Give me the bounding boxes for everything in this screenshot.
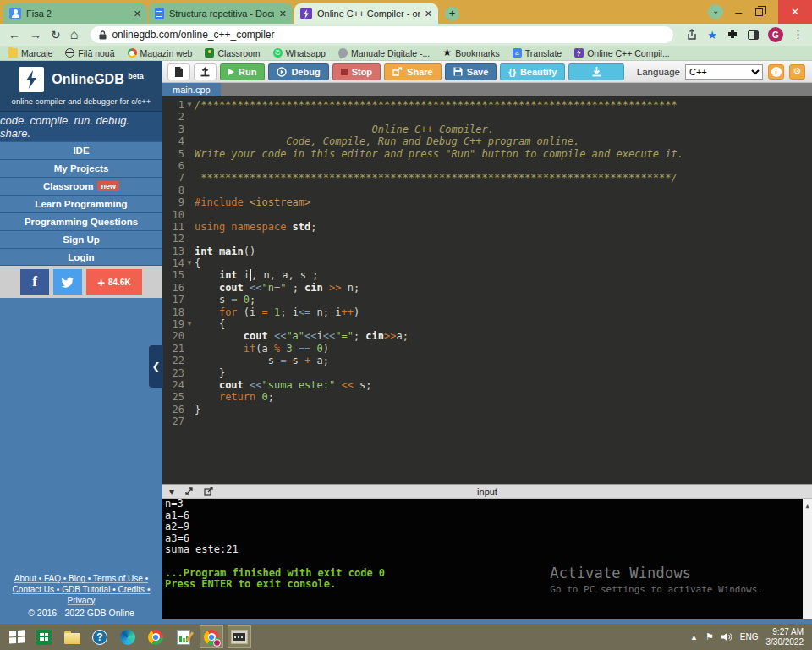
- taskbar-report-icon[interactable]: [172, 625, 195, 648]
- file-tab-maincpp[interactable]: main.cpp: [162, 83, 221, 96]
- run-button[interactable]: Run: [220, 63, 265, 80]
- console-scrollbar[interactable]: ▲: [803, 499, 812, 619]
- code-line: 19▼ {: [162, 318, 812, 330]
- settings-button[interactable]: ⚙: [789, 64, 805, 80]
- code-token: [195, 391, 219, 403]
- side-panel-icon[interactable]: [748, 30, 759, 40]
- bookmark-item[interactable]: Marcaje: [8, 48, 52, 58]
- share-page-icon[interactable]: [686, 29, 698, 41]
- code-token: 0: [244, 294, 250, 306]
- home-icon[interactable]: ⌂: [70, 29, 79, 41]
- back-icon[interactable]: ←: [8, 29, 20, 41]
- restore-icon[interactable]: [755, 8, 763, 16]
- twitter-icon[interactable]: [53, 269, 82, 295]
- taskbar-start-icon[interactable]: [4, 625, 28, 648]
- console-popout-icon[interactable]: [204, 487, 213, 496]
- main-column: Run Debug Stop Share Save {}Beautify: [162, 61, 812, 624]
- action-center-flag-icon[interactable]: ⚑: [705, 631, 714, 642]
- close-icon[interactable]: ✕: [778, 0, 812, 24]
- tab-close-icon[interactable]: ✕: [279, 8, 287, 19]
- scroll-up-icon[interactable]: ▲: [805, 503, 809, 510]
- sidebar-item-learn-programming[interactable]: Learn Programming: [0, 195, 162, 212]
- fisa-favicon: [9, 8, 21, 19]
- line-number: 7: [162, 172, 184, 184]
- browser-tab[interactable]: Structura repetitiva - Documente✕: [149, 3, 293, 24]
- tab-close-icon[interactable]: ✕: [134, 8, 141, 19]
- code-line: 7 **************************************…: [162, 172, 812, 184]
- keyboard-language[interactable]: ENG: [740, 632, 759, 642]
- globe-icon: [65, 48, 74, 58]
- console-resize-icon[interactable]: [184, 487, 194, 496]
- sidebar-item-login[interactable]: Login: [0, 248, 162, 266]
- sidebar-item-programming-questions[interactable]: Programming Questions: [0, 212, 162, 230]
- beautify-button[interactable]: {}Beautify: [500, 63, 565, 80]
- console[interactable]: n=3a1=6a2=9a3=6suma este:21 ...Program f…: [162, 499, 812, 619]
- reload-icon[interactable]: ↻: [51, 29, 61, 41]
- download-button[interactable]: [568, 63, 624, 80]
- extensions-icon[interactable]: [727, 29, 738, 41]
- save-button[interactable]: Save: [445, 63, 497, 80]
- taskbar-help-icon[interactable]: ?: [88, 625, 112, 648]
- tab-close-icon[interactable]: ✕: [425, 8, 432, 19]
- tab-search-icon[interactable]: ⌄: [708, 4, 723, 19]
- code-token: <<: [274, 330, 286, 342]
- bookmark-item[interactable]: Whatsapp: [273, 48, 326, 58]
- line-number: 24: [162, 379, 184, 391]
- addthis-share-button[interactable]: + 84.6K: [86, 269, 142, 295]
- taskbar-chrome-window-icon[interactable]: [200, 625, 223, 648]
- minimize-icon[interactable]: –: [735, 8, 742, 16]
- browser-tab[interactable]: Fisa 2✕: [3, 3, 147, 24]
- taskbar-file-explorer-icon[interactable]: [60, 625, 84, 648]
- fold-caret-icon[interactable]: ▼: [184, 318, 195, 330]
- stop-button[interactable]: Stop: [332, 63, 381, 80]
- bookmark-item[interactable]: Magazin web: [128, 48, 193, 58]
- profile-avatar[interactable]: G: [768, 27, 783, 42]
- fold-caret-icon[interactable]: ▼: [184, 257, 195, 269]
- taskbar-capture-window-icon[interactable]: [228, 625, 251, 648]
- new-file-button[interactable]: [167, 63, 190, 80]
- bookmark-item[interactable]: Manuale Digitale -...: [338, 48, 430, 58]
- line-number: 13: [162, 245, 184, 257]
- menu-dots-icon[interactable]: ⋮: [793, 29, 804, 41]
- address-bar[interactable]: onlinegdb.com/online_c++_compiler: [91, 26, 673, 43]
- bookmark-star-icon[interactable]: ★: [707, 29, 717, 41]
- hidden-icons-chevron[interactable]: ▲: [690, 633, 698, 642]
- sidebar-item-ide[interactable]: IDE: [0, 141, 162, 159]
- code-editor[interactable]: 1▼/*************************************…: [162, 96, 812, 484]
- bookmark-item[interactable]: Translate: [513, 48, 562, 58]
- sidebar-item-my-projects[interactable]: My Projects: [0, 159, 162, 177]
- code-token: if: [244, 343, 255, 355]
- line-number: 3: [162, 124, 184, 135]
- taskbar-chrome-icon[interactable]: [144, 625, 167, 648]
- forward-icon[interactable]: →: [30, 29, 41, 41]
- language-select[interactable]: C++: [685, 64, 763, 80]
- sidebar-item-sign-up[interactable]: Sign Up: [0, 230, 162, 248]
- fold-caret-icon[interactable]: ▼: [184, 99, 195, 111]
- screen: Fisa 2✕Structura repetitiva - Documente✕…: [0, 0, 812, 650]
- facebook-icon[interactable]: f: [20, 269, 49, 295]
- footer-links[interactable]: About • FAQ • Blog • Terms of Use • Cont…: [7, 573, 156, 606]
- code-token: (a: [255, 343, 274, 355]
- bookmark-item[interactable]: Classroom: [205, 48, 260, 58]
- taskbar-store-icon[interactable]: [32, 625, 56, 648]
- share-button[interactable]: Share: [384, 63, 442, 80]
- console-collapse-icon[interactable]: ▾: [169, 488, 174, 496]
- debug-button[interactable]: Debug: [268, 63, 328, 80]
- code-text: /***************************************…: [195, 99, 812, 111]
- bookmark-item[interactable]: Filă nouă: [65, 48, 114, 58]
- fold-gutter: [184, 135, 195, 147]
- sidebar-item-label: IDE: [73, 146, 89, 156]
- sidebar-item-classroom[interactable]: Classroomnew: [0, 177, 162, 195]
- sidebar-collapse-handle[interactable]: ❮: [149, 345, 163, 388]
- bookmark-item[interactable]: Online C++ Compil...: [574, 48, 669, 58]
- speaker-icon[interactable]: [721, 632, 732, 642]
- info-button[interactable]: i: [768, 64, 784, 80]
- fork-project-button[interactable]: [194, 63, 217, 80]
- browser-tab[interactable]: Online C++ Compiler - online ed✕: [294, 3, 438, 24]
- clock[interactable]: 9:27 AM 3/30/2022: [766, 627, 804, 647]
- code-token: =: [231, 294, 237, 306]
- code-token: "n=": [262, 282, 287, 294]
- bookmark-item[interactable]: ★Bookmarks: [442, 48, 500, 58]
- new-tab-button[interactable]: +: [445, 7, 459, 21]
- taskbar-edge-icon[interactable]: [116, 625, 140, 648]
